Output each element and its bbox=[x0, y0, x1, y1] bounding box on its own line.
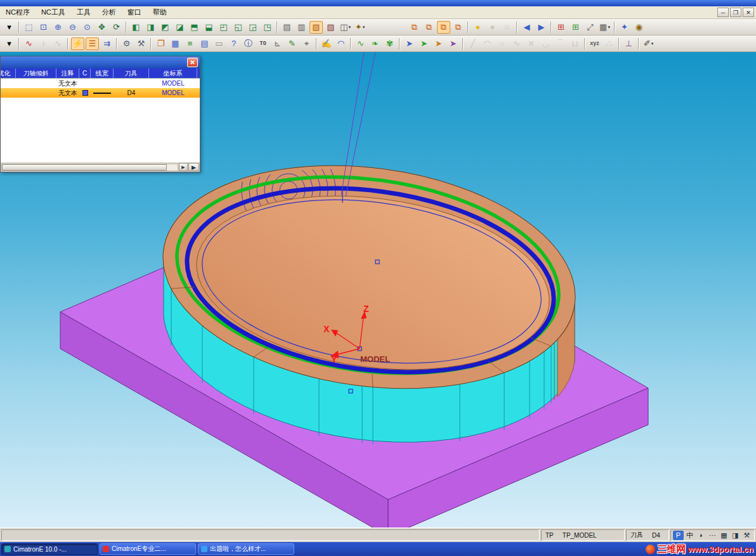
point-draw-icon[interactable]: ✕ bbox=[525, 37, 538, 50]
target-point-icon[interactable]: ◉ bbox=[632, 21, 646, 34]
split-view-green-icon[interactable]: ⊞ bbox=[569, 21, 582, 34]
step-back-icon[interactable]: ◀ bbox=[520, 21, 533, 34]
spline-draw-icon[interactable]: ∿ bbox=[510, 37, 523, 50]
light-on-icon[interactable]: ● bbox=[471, 21, 485, 34]
expand-view-icon[interactable]: ⤢ bbox=[583, 21, 597, 34]
report-icon[interactable]: ≡ bbox=[183, 37, 197, 50]
panel-hscrollbar-thumb[interactable] bbox=[2, 164, 167, 171]
nc-connect-icon[interactable]: ≀ bbox=[37, 37, 50, 50]
view-back-icon[interactable]: ◨ bbox=[144, 21, 157, 34]
panel-column-header-1[interactable]: 刀轴倾斜 bbox=[16, 68, 56, 78]
view-left-icon[interactable]: ◩ bbox=[159, 21, 172, 34]
menu-item-3[interactable]: 分析 bbox=[96, 6, 122, 18]
angle-measure-icon[interactable]: ⊾ bbox=[271, 37, 284, 50]
nc-procedure-row[interactable]: 无文本MODEL bbox=[1, 79, 200, 88]
toolbar2-overflow-button[interactable]: ▾ bbox=[3, 37, 16, 50]
split-view-red-icon[interactable]: ⊞ bbox=[554, 21, 568, 34]
pick-face-icon[interactable]: ➤ bbox=[417, 37, 431, 50]
wireframe-display-icon[interactable]: ▤ bbox=[280, 21, 294, 34]
view-dimetric-icon[interactable]: ◲ bbox=[246, 21, 259, 34]
pick-edge-icon[interactable]: ➤ bbox=[432, 37, 445, 50]
close-button[interactable]: ✕ bbox=[743, 8, 754, 17]
nc-window-layout-2-icon[interactable]: ⧉ bbox=[422, 21, 436, 34]
tool-origin-icon[interactable]: T0 bbox=[256, 37, 270, 50]
taskbar-task-2[interactable]: 出题啦，怎么样才... bbox=[198, 543, 294, 555]
menu-item-1[interactable]: NC工具 bbox=[36, 6, 71, 18]
panel-title-bar[interactable]: ✕ bbox=[1, 56, 200, 68]
hidden-line-display-icon[interactable]: ▥ bbox=[295, 21, 308, 34]
curve-tool-icon[interactable]: ❧ bbox=[368, 37, 382, 50]
panel-hscrollbar[interactable] bbox=[1, 164, 178, 171]
rotate-view-icon[interactable]: ⟳ bbox=[110, 21, 123, 34]
minimize-button[interactable]: ─ bbox=[717, 8, 729, 17]
light-off-icon[interactable]: ◌ bbox=[500, 21, 514, 34]
view-right-icon[interactable]: ◪ bbox=[173, 21, 186, 34]
menu-item-4[interactable]: 窗口 bbox=[122, 6, 147, 18]
display-options-icon[interactable]: ◫▾ bbox=[339, 21, 352, 34]
slot-draw-icon[interactable]: ⊔ bbox=[568, 37, 582, 50]
surface-tool-icon[interactable]: ✾ bbox=[383, 37, 396, 50]
pan-icon[interactable]: ✥ bbox=[95, 21, 108, 34]
menu-item-5[interactable]: 帮助 bbox=[147, 6, 173, 18]
info-icon[interactable]: ⓘ bbox=[242, 37, 255, 50]
pen-style-icon[interactable]: ✐▾ bbox=[642, 37, 655, 50]
select-frame-icon[interactable]: ⬚ bbox=[22, 21, 36, 34]
tool-manager-icon[interactable]: ⚒ bbox=[134, 37, 148, 50]
view-iso-icon[interactable]: ◰ bbox=[217, 21, 230, 34]
favorites-icon[interactable]: ✦ bbox=[618, 21, 631, 34]
chamfer-draw-icon[interactable]: ⌒ bbox=[554, 37, 567, 50]
spline-tool-icon[interactable]: ∿ bbox=[354, 37, 367, 50]
xyz-readout-icon[interactable]: xyz bbox=[588, 37, 601, 50]
preview-icon[interactable]: ▭ bbox=[212, 37, 226, 50]
viewport-3d[interactable]: Z X Y MODEL ✕ 优化刀轴倾斜注释C线宽刀具坐标系 无文本MODEL无… bbox=[0, 52, 756, 527]
ime-indicator-icon[interactable]: P bbox=[673, 531, 684, 540]
nc-window-layout-4-icon[interactable]: ⧉ bbox=[452, 21, 465, 34]
view-axonometric-icon[interactable]: ◱ bbox=[231, 21, 245, 34]
panel-close-button[interactable]: ✕ bbox=[187, 58, 198, 67]
zoom-out-icon[interactable]: ⊖ bbox=[66, 21, 79, 34]
locate-icon[interactable]: ⌖ bbox=[300, 37, 313, 50]
zoom-all-icon[interactable]: ⊙ bbox=[81, 21, 94, 34]
nc-window-layout-3-icon[interactable]: ⧉ bbox=[437, 21, 450, 34]
list-view-icon[interactable]: ▤ bbox=[198, 37, 211, 50]
title-bar[interactable] bbox=[0, 0, 756, 6]
optimizer-icon[interactable]: ⚡ bbox=[71, 37, 84, 50]
ime-punctuation-icon[interactable]: ⋯ bbox=[707, 531, 718, 540]
nc-procedure-row[interactable]: 无文本D4MODEL bbox=[1, 88, 200, 98]
step-forward-icon[interactable]: ▶ bbox=[535, 21, 548, 34]
menu-item-2[interactable]: 工具 bbox=[71, 6, 96, 18]
annotate-icon[interactable]: ✎ bbox=[285, 37, 299, 50]
panel-column-header-0[interactable]: 优化 bbox=[1, 68, 16, 78]
grid-options-icon[interactable]: ▦▾ bbox=[598, 21, 611, 34]
points-display-icon[interactable]: ∴ bbox=[603, 37, 616, 50]
batch-run-icon[interactable]: ⇉ bbox=[100, 37, 114, 50]
render-options-icon[interactable]: ✦▾ bbox=[353, 21, 367, 34]
normal-direction-icon[interactable]: ⊥ bbox=[622, 37, 635, 50]
light-dim-icon[interactable]: ● bbox=[486, 21, 499, 34]
pick-entity-icon[interactable]: ➤ bbox=[403, 37, 416, 50]
toolbar-overflow-button[interactable]: ▾ bbox=[3, 21, 16, 34]
process-manager-icon[interactable]: ☰ bbox=[86, 37, 99, 50]
ime-chinese-icon[interactable]: 中 bbox=[684, 531, 695, 540]
nc-procedure-icon[interactable]: ∿ bbox=[22, 37, 36, 50]
ime-halfwidth-icon[interactable]: ◗ bbox=[696, 531, 707, 540]
ime-tools-icon[interactable]: ⚒ bbox=[741, 531, 752, 540]
panel-column-header-3[interactable]: C bbox=[79, 68, 91, 78]
transparent-display-icon[interactable]: ▨ bbox=[324, 21, 337, 34]
shaded-display-icon[interactable]: ▧ bbox=[310, 21, 323, 34]
zoom-window-icon[interactable]: ⊡ bbox=[37, 21, 50, 34]
panel-column-header-4[interactable]: 线宽 bbox=[91, 68, 114, 78]
nc-window-layout-1-icon[interactable]: ⧉ bbox=[408, 21, 421, 34]
pick-point-icon[interactable]: ➤ bbox=[446, 37, 460, 50]
ime-band-icon[interactable]: ◨ bbox=[730, 531, 741, 540]
template-window-icon[interactable]: ❐ bbox=[154, 37, 167, 50]
taskbar-task-1[interactable]: CimatronE专业二... bbox=[100, 543, 196, 555]
taskbar-task-0[interactable]: CimatronE 10.0 -... bbox=[1, 543, 98, 555]
circle-draw-icon[interactable]: ○ bbox=[495, 37, 509, 50]
soft-keyboard-icon[interactable]: ▦ bbox=[719, 531, 729, 540]
restore-button[interactable]: ❐ bbox=[730, 8, 741, 17]
panel-column-header-5[interactable]: 刀具 bbox=[114, 68, 149, 78]
menu-item-0[interactable]: NC程序 bbox=[0, 6, 36, 18]
arc-draw-icon[interactable]: ◠ bbox=[481, 37, 494, 50]
view-top-icon[interactable]: ⬒ bbox=[188, 21, 201, 34]
